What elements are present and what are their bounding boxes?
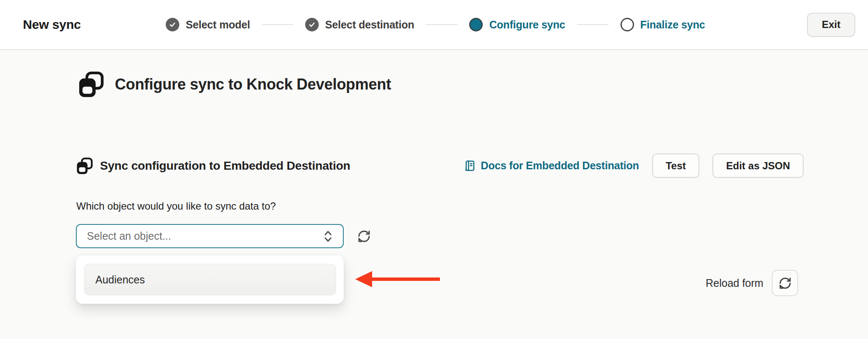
docs-link[interactable]: Docs for Embedded Destination — [463, 160, 639, 172]
empty-step-circle-icon — [620, 18, 634, 31]
page-heading-row: Configure sync to Knock Development — [78, 71, 391, 98]
section-title: Sync configuration to Embedded Destinati… — [100, 159, 351, 173]
reload-form-label: Reload form — [706, 277, 763, 289]
new-sync-wizard: New sync Select model Select destination… — [0, 0, 868, 339]
step-finalize-sync[interactable]: Finalize sync — [620, 18, 705, 31]
page-title: New sync — [23, 17, 81, 32]
wizard-stepper: Select model Select destination Configur… — [166, 18, 705, 31]
check-circle-icon — [305, 18, 319, 31]
reload-form-button[interactable] — [772, 270, 798, 296]
exit-button[interactable]: Exit — [807, 13, 855, 37]
check-circle-icon — [166, 18, 179, 31]
step-select-model[interactable]: Select model — [166, 18, 250, 31]
main-content: Configure sync to Knock Development Sync… — [0, 51, 868, 339]
docs-link-label: Docs for Embedded Destination — [481, 160, 639, 172]
dropdown-option-audiences[interactable]: Audiences — [84, 264, 336, 295]
sync-icon — [78, 71, 104, 98]
section-title-group: Sync configuration to Embedded Destinati… — [76, 157, 351, 174]
page-heading: Configure sync to Knock Development — [115, 76, 391, 93]
chevron-up-down-icon — [322, 229, 334, 244]
step-label: Configure sync — [489, 19, 565, 31]
object-select-dropdown: Audiences — [76, 255, 344, 304]
step-configure-sync[interactable]: Configure sync — [469, 18, 565, 31]
object-select[interactable]: Select an object... — [76, 224, 344, 248]
reload-form-row: Reload form — [706, 270, 798, 296]
refresh-icon — [779, 277, 792, 290]
step-label: Finalize sync — [640, 19, 705, 31]
edit-as-json-button[interactable]: Edit as JSON — [712, 154, 804, 178]
test-button[interactable]: Test — [652, 154, 700, 178]
book-icon — [463, 160, 476, 172]
step-select-destination[interactable]: Select destination — [305, 18, 414, 31]
object-select-placeholder: Select an object... — [87, 230, 322, 242]
step-connector — [262, 24, 293, 25]
step-connector — [577, 24, 609, 25]
section-actions: Docs for Embedded Destination Test Edit … — [463, 154, 804, 178]
step-label: Select model — [186, 19, 250, 31]
refresh-objects-icon[interactable] — [357, 229, 371, 244]
section-header-row: Sync configuration to Embedded Destinati… — [76, 154, 804, 178]
wizard-header: New sync Select model Select destination… — [0, 0, 868, 50]
step-connector — [426, 24, 457, 25]
sync-icon — [76, 157, 93, 174]
step-label: Select destination — [325, 19, 414, 31]
red-arrow-left-icon — [354, 270, 441, 289]
active-step-dot-icon — [469, 18, 483, 31]
object-question-label: Which object would you like to sync data… — [76, 200, 276, 212]
